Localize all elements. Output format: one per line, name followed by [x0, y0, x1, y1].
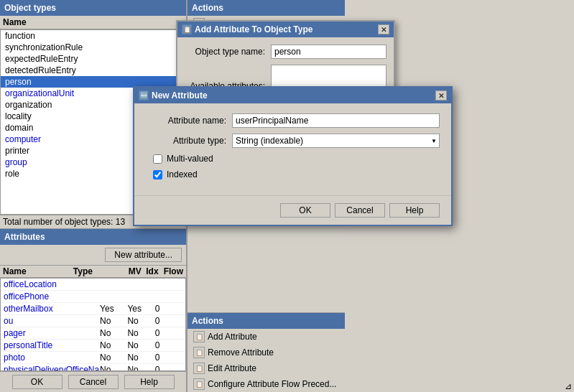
- attribute-name-cell: ou: [4, 316, 100, 326]
- action-icon: 📋: [193, 363, 205, 374]
- object-type-name-field: [271, 45, 386, 59]
- resize-handle[interactable]: ⊿: [563, 381, 574, 392]
- object-type-item[interactable]: expectedRuleEntry: [1, 53, 185, 65]
- attribute-row[interactable]: physicalDeliveryOfficeNameString (indexa…: [1, 364, 185, 371]
- attribute-mv-cell: No: [100, 340, 127, 350]
- attribute-mv-cell: No: [100, 353, 127, 363]
- new-attribute-dialog-body: Attribute name: Attribute type: String (…: [134, 103, 451, 195]
- attribute-flow-cell: 0: [155, 353, 182, 363]
- actions-bottom-list: 📋Add Attribute📋Remove Attribute📋Edit Att…: [188, 329, 345, 392]
- new-attribute-dialog: 🆕 New Attribute ✕ Attribute name: Attrib…: [133, 86, 453, 226]
- object-type-name-label: Object type name:: [185, 47, 271, 57]
- attribute-row[interactable]: pagerString (indexable)NoNo0: [1, 327, 185, 340]
- action-icon: 📋: [193, 331, 205, 342]
- object-type-item[interactable]: detectedRuleEntry: [1, 65, 185, 76]
- actions-bottom-title: Actions: [188, 313, 345, 329]
- attribute-flow-cell: 0: [155, 316, 182, 326]
- attribute-flow-cell: 0: [155, 365, 182, 371]
- attr-name-input[interactable]: [232, 113, 440, 128]
- attribute-name-cell: physicalDeliveryOfficeName: [4, 365, 100, 371]
- attribute-flow-cell: [155, 291, 182, 302]
- new-attribute-ok-button[interactable]: OK: [280, 203, 330, 218]
- multi-valued-checkbox[interactable]: [153, 154, 162, 164]
- attr-type-select-wrapper: String (indexable) String (non-indexable…: [232, 134, 440, 148]
- attribute-name-cell: photo: [4, 353, 100, 363]
- attribute-idx-cell: No: [127, 328, 154, 338]
- attribute-mv-cell: [100, 279, 127, 289]
- attribute-flow-cell: 0: [155, 304, 182, 314]
- action-icon: 📋: [193, 347, 205, 358]
- attribute-name-cell: officeLocation: [4, 279, 100, 289]
- attribute-mv-cell: [100, 291, 127, 302]
- attribute-idx-cell: No: [127, 365, 154, 371]
- attributes-column-headers: Name Type MV Idx Flow: [0, 266, 186, 278]
- attributes-title: Attributes: [0, 229, 186, 245]
- action-item[interactable]: 📋Remove Attribute: [188, 345, 345, 360]
- action-item[interactable]: 📋Add Attribute: [188, 329, 345, 345]
- attribute-row[interactable]: otherMailboxString (indexable)YesYes0: [1, 303, 185, 315]
- new-attribute-dialog-icon: 🆕: [139, 90, 149, 101]
- attribute-flow-cell: [155, 279, 182, 289]
- attribute-idx-cell: [127, 279, 154, 289]
- actions-top-title: Actions: [188, 0, 345, 16]
- attributes-confirm-row: OK Cancel Help: [0, 371, 186, 392]
- actions-bottom-section: Actions 📋Add Attribute📋Remove Attribute📋…: [188, 312, 345, 392]
- new-attribute-dialog-titlebar: 🆕 New Attribute ✕: [134, 88, 451, 103]
- action-label: Add Attribute: [208, 332, 257, 342]
- new-attribute-row: New attribute...: [0, 245, 186, 266]
- attribute-idx-cell: [127, 291, 154, 302]
- attribute-flow-cell: 0: [155, 328, 182, 338]
- object-type-item[interactable]: synchronizationRule: [1, 42, 185, 53]
- object-types-title: Object types: [0, 0, 186, 16]
- indexed-checkbox[interactable]: [153, 170, 162, 179]
- attr-type-row: Attribute type: String (indexable) Strin…: [146, 134, 440, 148]
- new-attribute-dialog-buttons: OK Cancel Help: [134, 195, 451, 225]
- attr-name-label: Attribute name:: [146, 116, 232, 126]
- attribute-mv-cell: No: [100, 328, 127, 338]
- add-attribute-dialog-icon: 📋: [182, 24, 192, 34]
- object-type-name-row: Object type name:: [185, 45, 386, 59]
- new-attribute-dialog-close[interactable]: ✕: [435, 90, 447, 101]
- action-label: Configure Attribute Flow Preced...: [208, 379, 336, 389]
- attribute-idx-cell: No: [127, 353, 154, 363]
- attribute-name-cell: officePhone: [4, 291, 100, 302]
- add-attribute-dialog-close[interactable]: ✕: [378, 24, 389, 34]
- attribute-idx-cell: Yes: [127, 304, 154, 314]
- add-attribute-dialog-titlebar: 📋 Add Attribute To Object Type ✕: [177, 22, 394, 37]
- attribute-row[interactable]: personalTitleString (indexable)NoNo0: [1, 340, 185, 352]
- attr-name-field: [232, 113, 440, 128]
- new-attribute-help-button[interactable]: Help: [389, 203, 440, 218]
- new-attribute-button[interactable]: New attribute...: [105, 248, 182, 262]
- action-item[interactable]: 📋Edit Attribute: [188, 360, 345, 376]
- attribute-name-cell: otherMailbox: [4, 304, 100, 314]
- action-item[interactable]: 📋Configure Attribute Flow Preced...: [188, 376, 345, 392]
- action-label: Remove Attribute: [208, 347, 274, 358]
- action-icon: 📋: [193, 378, 205, 390]
- attributes-cancel-button[interactable]: Cancel: [68, 375, 119, 389]
- attributes-ok-button[interactable]: OK: [12, 375, 63, 389]
- attribute-row[interactable]: officeLocationString (inde: [1, 279, 185, 291]
- attribute-idx-cell: No: [127, 316, 154, 326]
- new-attribute-cancel-button[interactable]: Cancel: [335, 203, 385, 218]
- attr-type-select[interactable]: String (indexable) String (non-indexable…: [232, 134, 440, 148]
- attributes-list[interactable]: officeLocationString (indeofficePhoneStr…: [0, 278, 186, 371]
- attribute-idx-cell: No: [127, 340, 154, 350]
- object-type-name-input[interactable]: [271, 45, 386, 59]
- attr-name-row: Attribute name:: [146, 113, 440, 128]
- attributes-panel: Attributes New attribute... Name Type MV…: [0, 228, 186, 392]
- indexed-row: Indexed: [146, 169, 440, 179]
- indexed-label: Indexed: [167, 169, 198, 179]
- attributes-help-button[interactable]: Help: [124, 375, 175, 389]
- attribute-row[interactable]: photoBinary (non-indexable)NoNo0: [1, 352, 185, 364]
- object-type-item[interactable]: function: [1, 30, 185, 42]
- attribute-row[interactable]: ouString (indexable)NoNo0: [1, 315, 185, 327]
- attribute-name-cell: personalTitle: [4, 340, 100, 350]
- multi-valued-label: Multi-valued: [167, 154, 213, 164]
- attribute-flow-cell: 0: [155, 340, 182, 350]
- attribute-mv-cell: No: [100, 365, 127, 371]
- attribute-mv-cell: No: [100, 316, 127, 326]
- action-label: Edit Attribute: [208, 363, 256, 373]
- attribute-row[interactable]: officePhoneString (inde: [1, 291, 185, 303]
- attribute-name-cell: pager: [4, 328, 100, 338]
- attribute-mv-cell: Yes: [100, 304, 127, 314]
